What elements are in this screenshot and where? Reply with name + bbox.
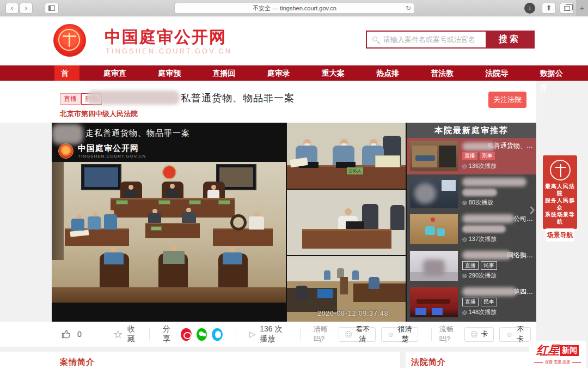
share-group: 分享	[163, 324, 223, 344]
recommend-item-5[interactable]: 第四… 直播 民事 ◎148次播放	[407, 284, 536, 321]
smile-face-icon: ☺	[387, 330, 394, 339]
recommend-thumbnail-5	[410, 287, 458, 317]
recommend-views-2: ◎80次播放	[462, 198, 533, 207]
recommend-item-3[interactable]: 公司… ◎137次播放	[407, 211, 536, 248]
court-intro-title: 法院简介	[411, 357, 446, 367]
search-button[interactable]: 搜索	[486, 32, 534, 47]
browser-tabs-button[interactable]	[560, 3, 574, 14]
url-text: 不安全 — tingshen.court.gov.cn	[253, 5, 336, 11]
judges-bench	[111, 198, 235, 218]
qq-share-icon[interactable]	[212, 328, 223, 341]
nav-item-open-data[interactable]: 数据公开	[534, 65, 571, 81]
wide-camera-view[interactable]: 2020-08-12 09:37:48	[287, 256, 406, 322]
case-intro-title: 案情简介	[60, 357, 95, 367]
recommend-header: 本院最新庭审推荐	[407, 123, 536, 138]
favorite-button[interactable]: ☆ 收藏	[113, 324, 136, 344]
thumbs-up-icon	[61, 329, 72, 340]
follow-court-button[interactable]: 关注法院	[488, 92, 526, 108]
reload-icon[interactable]: ↻	[406, 3, 411, 13]
eye-icon: ◎	[462, 309, 467, 315]
court-intro-card: 法院简介	[406, 352, 536, 368]
nav-item-court-directory[interactable]: 法院导航	[479, 65, 516, 81]
site-header: 中国庭审公开网 TINGSHEN.COURT.GOV.CN 搜索	[0, 16, 588, 65]
downloads-button[interactable]: ↓	[524, 3, 535, 14]
recommend-thumbnail-3	[410, 214, 458, 244]
case-header: 直播 刑事 私普通货物、物品罪一案 北京市第四中级人民法院 关注法院	[0, 81, 536, 123]
recommend-views-3: ◎137次播放	[462, 235, 533, 243]
new-tab-button[interactable]: +	[576, 0, 588, 16]
browser-forward-button[interactable]: ›	[20, 3, 33, 14]
nav-item-replay[interactable]: 直播回顾	[206, 65, 243, 81]
recommend-thumbnail-2	[410, 178, 458, 208]
play-count-group: ▷ 136 次播放	[249, 324, 287, 344]
video-player[interactable]: 走私普通货物、物品罪一案 中国庭审公开网 TINGSHEN.COURT.GOV.…	[52, 123, 407, 322]
case-title: 私普通货物、物品罪一案	[181, 92, 295, 105]
page: 中国庭审公开网 TINGSHEN.COURT.GOV.CN 搜索 首页 庭审直播…	[0, 16, 588, 368]
browser-sidebar-button[interactable]	[45, 3, 59, 14]
main-camera-view[interactable]: 走私普通货物、物品罪一案 中国庭审公开网 TINGSHEN.COURT.GOV.…	[52, 123, 286, 322]
scene-navigation-widget[interactable]: 最高人民法院 服务人民群众 系统场景导航 场景导航	[543, 155, 577, 229]
scene-navigation-button[interactable]: 场景导航	[546, 228, 574, 242]
video-overlay-title: 走私普通货物、物品罪一案	[85, 128, 190, 138]
browser-chrome: ‹ › 不安全 — tingshen.court.gov.cn ↻ ↓ ⬆ +	[0, 0, 588, 16]
redstar-news-watermark: 红星 新闻 深度 态度 温度	[529, 341, 586, 368]
eye-icon: ◎	[462, 273, 467, 279]
witness-camera-view[interactable]	[287, 190, 406, 255]
sad-face-icon: ☹	[470, 330, 478, 339]
nav-item-hot-ranking[interactable]: 热点排行	[370, 65, 407, 81]
feedback-clear-button[interactable]: ☺ 很清楚	[381, 327, 418, 342]
wechat-share-icon[interactable]	[197, 328, 207, 341]
eye-icon: ◎	[462, 163, 467, 169]
video-brand: 中国庭审公开网 TINGSHEN.COURT.GOV.CN	[58, 143, 146, 159]
nav-item-recorded[interactable]: 庭审录播	[261, 65, 298, 81]
recommend-item-4[interactable]: 网络购… 直播 民事 ◎290次播放	[407, 248, 536, 284]
favorite-label: 收藏	[127, 324, 136, 344]
secondary-cameras: 公诉人 2020-08-12 09:37	[287, 123, 406, 322]
nav-item-major-cases[interactable]: 重大案件	[315, 65, 352, 81]
search-input[interactable]	[367, 32, 486, 47]
prosecutor-camera-view[interactable]: 公诉人	[287, 123, 406, 189]
sad-face-icon: ☹	[345, 330, 352, 339]
recommend-badge-live-5: 直播	[462, 298, 479, 306]
site-domain: TINGSHEN.COURT.GOV.CN	[106, 47, 232, 55]
nav-item-live[interactable]: 庭审直播	[97, 65, 134, 81]
case-court-name[interactable]: 北京市第四中级人民法院	[60, 109, 138, 119]
brand-emblem-icon	[58, 143, 74, 159]
court-emblem-icon	[550, 160, 571, 180]
recommend-badge-type-1: 刑事	[480, 152, 495, 160]
like-button[interactable]: 0	[61, 329, 82, 340]
float-line-2: 服务人民群众	[543, 197, 577, 211]
curtain	[52, 162, 64, 260]
recommend-badge-type-5: 民事	[481, 298, 497, 306]
recommend-item-1[interactable]: 私普通货物、… 直播 刑事 ◎136次播放	[407, 138, 536, 174]
browser-back-button[interactable]: ‹	[5, 3, 19, 14]
star-icon: ☆	[113, 328, 123, 341]
recommend-thumbnail-1	[410, 141, 458, 171]
feedback-smooth-button[interactable]: ☺ 不卡	[499, 327, 531, 342]
redstar-tagline: 深度 态度 温度	[529, 359, 586, 365]
feedback-unclear-button[interactable]: ☹ 看不清	[339, 327, 376, 342]
tabs-icon	[564, 6, 570, 11]
main-nav: 首页 庭审直播 庭审预告 直播回顾 庭审录播 重大案件 热点排行 普法教育 法院…	[0, 65, 588, 81]
recommend-item-2[interactable]: ◎80次播放	[407, 174, 536, 211]
camera-timestamp: 2020-08-12 09:37:48	[317, 310, 388, 317]
recommend-badge-type-4: 民事	[481, 261, 497, 270]
weibo-share-icon[interactable]	[181, 328, 192, 341]
nav-item-home[interactable]: 首页	[54, 65, 79, 81]
nav-item-preview[interactable]: 庭审预告	[151, 65, 188, 81]
smile-face-icon: ☺	[505, 330, 512, 339]
censored-name-blur	[87, 91, 180, 105]
recommend-sidebar: 本院最新庭审推荐 私普通货物、… 直播 刑事 ◎136次播放	[407, 123, 536, 322]
feedback-lag-button[interactable]: ☹ 卡	[464, 327, 494, 342]
browser-share-button[interactable]: ⬆	[542, 3, 556, 14]
nav-item-law-education[interactable]: 普法教育	[424, 65, 461, 81]
float-line-1: 最高人民法院	[543, 183, 577, 197]
carousel-next-arrow[interactable]: ›	[529, 198, 535, 219]
clarity-question: 清晰吗?	[314, 324, 333, 344]
browser-url-field[interactable]: 不安全 — tingshen.court.gov.cn ↻	[174, 3, 415, 14]
share-label: 分享	[163, 324, 176, 344]
national-emblem-icon	[162, 165, 176, 179]
float-line-3: 系统场景导航	[543, 211, 577, 225]
defense-table	[213, 228, 273, 246]
censored-overlay-blur	[52, 124, 83, 144]
